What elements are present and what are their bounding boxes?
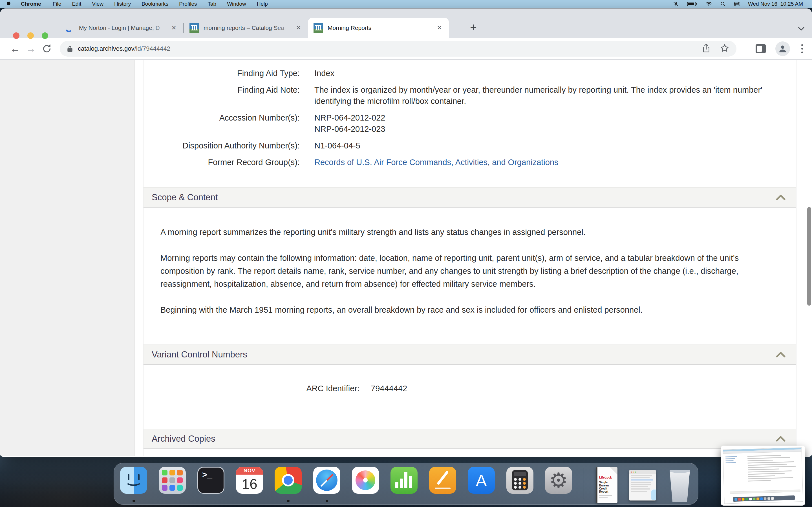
minimized-credit-report-document[interactable]: LifeLock Single Bureau Credit Report <box>596 467 617 503</box>
record-fields: Finding Aid Type: Index Finding Aid Note… <box>144 60 796 168</box>
dock-calculator[interactable] <box>506 467 534 503</box>
forward-button[interactable]: → <box>23 41 39 57</box>
field-label: Finding Aid Type: <box>152 68 300 79</box>
field-label: ARC Identifier: <box>152 383 359 394</box>
menu-help[interactable]: Help <box>252 0 273 8</box>
bluetooth-off-icon[interactable] <box>673 1 679 6</box>
finder-badge-icon <box>651 489 656 501</box>
menu-history[interactable]: History <box>109 0 136 8</box>
spotlight-search-icon[interactable] <box>720 1 725 6</box>
dock-terminal[interactable]: >_ <box>197 467 224 503</box>
tab-title: My Norton - Login | Manage, D <box>79 24 160 31</box>
calculator-icon <box>506 467 534 494</box>
address-bar[interactable]: catalog.archives.gov/id/79444442 <box>60 41 737 57</box>
app-store-icon: A <box>468 467 495 494</box>
dock-finder[interactable] <box>120 467 147 503</box>
field-row: Finding Aid Note: The index is organized… <box>152 84 796 107</box>
field-label: Accession Number(s): <box>152 112 300 135</box>
window-controls <box>13 33 48 39</box>
safari-icon <box>313 467 340 494</box>
vertical-scrollbar-thumb[interactable] <box>807 207 811 305</box>
wifi-icon[interactable] <box>706 1 712 6</box>
scope-paragraph-1: A morning report summarizes the reportin… <box>160 226 765 238</box>
launchpad-icon <box>159 467 186 494</box>
menubar-clock[interactable]: Wed Nov 16 10:25 AM <box>748 1 803 7</box>
calendar-month: NOV <box>236 467 263 474</box>
pages-icon <box>429 467 456 494</box>
section-header-scope-content[interactable]: Scope & Content <box>144 187 796 208</box>
screenshot-preview-thumbnail[interactable] <box>721 446 805 506</box>
url-text[interactable]: catalog.archives.gov/id/79444442 <box>78 45 170 52</box>
terminal-icon: >_ <box>197 467 224 494</box>
section-title: Archived Copies <box>152 434 215 444</box>
system-settings-gear-icon: ⚙ <box>545 467 572 494</box>
menu-window[interactable]: Window <box>221 0 252 8</box>
reload-button[interactable] <box>39 41 55 57</box>
section-header-archived-copies[interactable]: Archived Copies <box>144 429 796 449</box>
dock-calendar[interactable]: NOV 16 <box>236 467 263 503</box>
accession-number-1: NRP-064-2012-022 <box>314 112 779 123</box>
close-tab-icon[interactable]: ✕ <box>170 23 178 33</box>
dock-trash[interactable] <box>668 469 692 502</box>
url-path: /id/79444442 <box>135 45 170 52</box>
side-panel-icon[interactable] <box>756 44 766 53</box>
chrome-window: My Norton - Login | Manage, D ✕ morning … <box>0 8 812 457</box>
new-tab-button[interactable]: + <box>467 20 480 34</box>
section-header-variant-control-numbers[interactable]: Variant Control Numbers <box>144 344 796 365</box>
norton-favicon-icon <box>65 23 74 33</box>
back-button[interactable]: ← <box>7 41 23 57</box>
apple-menu[interactable] <box>0 0 17 8</box>
menu-edit[interactable]: Edit <box>66 0 87 8</box>
page-left-sidebar <box>0 60 135 456</box>
macos-menubar: Chrome File Edit View History Bookmarks … <box>0 0 812 8</box>
nara-favicon-icon <box>190 23 199 33</box>
share-icon[interactable] <box>702 43 711 54</box>
variant-control-body: ARC Identifier: 79444442 <box>144 365 796 429</box>
minimized-finder-window[interactable] <box>629 470 656 501</box>
field-value: N1-064-04-5 <box>314 140 779 151</box>
battery-icon[interactable] <box>687 1 697 6</box>
scope-paragraph-2: Morning reports may contain the followin… <box>160 251 765 290</box>
menu-bookmarks[interactable]: Bookmarks <box>136 0 174 8</box>
dock-safari[interactable] <box>313 467 340 503</box>
menu-view[interactable]: View <box>87 0 109 8</box>
lock-icon[interactable] <box>67 45 73 52</box>
tab-search-chevron-icon[interactable] <box>798 27 805 32</box>
menubar-app-name[interactable]: Chrome <box>17 0 47 8</box>
browser-toolbar: ← → catalog.archives.gov/id/79444442 <box>0 38 812 60</box>
close-tab-icon[interactable]: ✕ <box>435 23 444 33</box>
zoom-window-button[interactable] <box>42 33 48 39</box>
dock-app-store[interactable]: A <box>468 467 495 503</box>
tab-catalog-search[interactable]: morning reports – Catalog Sea ✕ <box>184 18 308 38</box>
control-center-icon[interactable] <box>734 1 740 6</box>
dock-launchpad[interactable] <box>159 467 186 503</box>
collapse-chevron-icon[interactable] <box>776 194 785 201</box>
photos-icon <box>352 467 379 494</box>
menu-tab[interactable]: Tab <box>202 0 222 8</box>
bookmark-star-icon[interactable] <box>720 44 729 54</box>
finder-icon <box>120 467 147 494</box>
close-tab-icon[interactable]: ✕ <box>294 23 303 33</box>
section-title: Variant Control Numbers <box>152 349 247 360</box>
macos-dock: >_ NOV 16 A ⚙ LifeLock Single Bureau Cre… <box>114 463 698 505</box>
minimize-window-button[interactable] <box>28 33 34 39</box>
field-row: Disposition Authority Number(s): N1-064-… <box>152 140 796 151</box>
collapse-chevron-icon[interactable] <box>776 436 785 442</box>
tab-morning-reports-active[interactable]: Morning Reports ✕ <box>308 18 449 38</box>
collapse-chevron-icon[interactable] <box>776 351 785 358</box>
dock-pages[interactable] <box>429 467 456 503</box>
tab-title: Morning Reports <box>327 24 371 31</box>
menu-file[interactable]: File <box>47 0 67 8</box>
profile-avatar[interactable] <box>775 41 790 56</box>
chrome-menu-icon[interactable] <box>800 43 805 55</box>
former-record-group-link[interactable]: Records of U.S. Air Force Commands, Acti… <box>314 158 559 167</box>
field-label: Former Record Group(s): <box>152 157 300 168</box>
tab-my-norton[interactable]: My Norton - Login | Manage, D ✕ <box>59 18 183 38</box>
dock-system-settings[interactable]: ⚙ <box>545 467 572 503</box>
dock-numbers[interactable] <box>391 467 417 503</box>
menu-profiles[interactable]: Profiles <box>174 0 202 8</box>
close-window-button[interactable] <box>13 33 19 39</box>
dock-chrome[interactable] <box>274 467 302 503</box>
dock-photos[interactable] <box>352 467 379 503</box>
field-label: Finding Aid Note: <box>152 84 300 107</box>
